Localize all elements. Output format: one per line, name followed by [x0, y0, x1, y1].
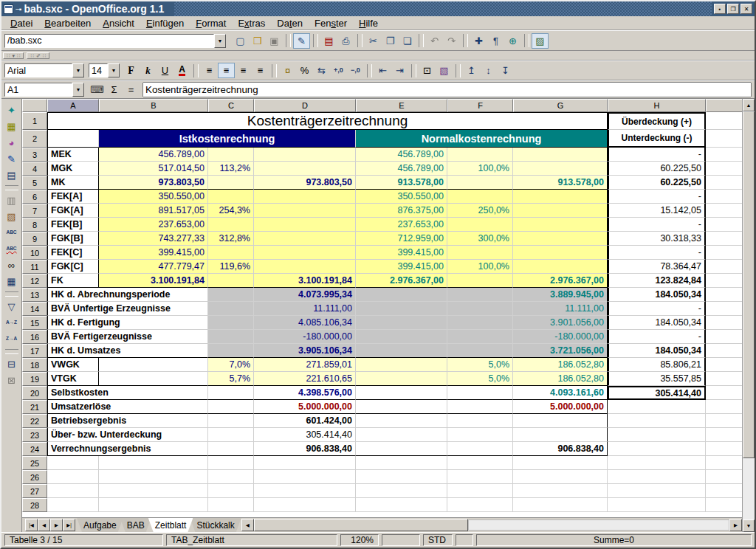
url-input[interactable] — [4, 34, 214, 48]
row-header-23[interactable]: 23 — [22, 428, 47, 442]
row-header-3[interactable]: 3 — [22, 148, 47, 162]
cell-A13[interactable]: HK d. Abrechnungsperiode — [47, 288, 208, 302]
cell-H24[interactable] — [608, 442, 706, 456]
cell-E15[interactable] — [356, 316, 447, 330]
cell-H15[interactable]: 184.050,34 — [608, 316, 706, 330]
menu-item-ansicht[interactable]: Ansicht — [97, 17, 140, 30]
horizontal-scrollbar-track[interactable] — [468, 519, 729, 531]
cell-A4[interactable]: MGK — [47, 162, 99, 176]
row-header-26[interactable]: 26 — [22, 470, 47, 484]
status-mode[interactable]: STD — [423, 534, 453, 546]
row-header-7[interactable]: 7 — [22, 204, 47, 218]
cell-A5[interactable]: MK — [47, 176, 99, 190]
cell-C21[interactable] — [208, 400, 254, 414]
menu-item-einfgen[interactable]: Einfügen — [140, 17, 190, 30]
cell-H4[interactable]: 60.225,50 — [608, 162, 706, 176]
cell-C27[interactable] — [208, 484, 254, 498]
cell-filler-13[interactable] — [706, 288, 742, 302]
cell-H11[interactable]: 78.364,47 — [608, 260, 706, 274]
cell-E10[interactable]: 399.415,00 — [356, 246, 447, 260]
cell-filler-10[interactable] — [706, 246, 742, 260]
copy-icon[interactable]: ❐ — [382, 33, 399, 49]
cell-E17[interactable] — [356, 344, 447, 358]
cell-D9[interactable] — [254, 232, 356, 246]
row-header-14[interactable]: 14 — [22, 302, 47, 316]
cell-F16[interactable] — [447, 330, 513, 344]
row-header-16[interactable]: 16 — [22, 330, 47, 344]
cell-filler-27[interactable] — [706, 484, 742, 498]
cell-C3[interactable] — [208, 148, 254, 162]
cell-D14[interactable]: 11.111,00 — [254, 302, 356, 316]
grid-corner[interactable] — [22, 99, 47, 112]
cut-icon[interactable]: ✂ — [365, 33, 382, 49]
cell-H21[interactable] — [608, 400, 706, 414]
cell-D23[interactable]: 305.414,40 — [254, 428, 356, 442]
cell-H3[interactable]: - — [608, 148, 706, 162]
cell-G18[interactable]: 186.052,80 — [513, 358, 608, 372]
cell-F12[interactable] — [447, 274, 513, 288]
cell-F4[interactable]: 100,0% — [447, 162, 513, 176]
column-header-h[interactable]: H — [608, 99, 706, 112]
horizontal-scrollbar-thumb[interactable] — [254, 519, 468, 531]
cell-A26[interactable] — [47, 470, 99, 484]
cell-H26[interactable] — [608, 470, 706, 484]
cell-C14[interactable] — [208, 302, 254, 316]
cell-E3[interactable]: 456.789,00 — [356, 148, 447, 162]
cell-E21[interactable] — [356, 400, 447, 414]
cell-A2[interactable] — [47, 130, 99, 148]
cell-filler-11[interactable] — [706, 260, 742, 274]
autospellcheck-icon[interactable]: ABC — [4, 241, 20, 256]
cell-filler-24[interactable] — [706, 442, 742, 456]
cell-filler-28[interactable] — [706, 498, 742, 512]
cell-filler-7[interactable] — [706, 204, 742, 218]
menu-item-bearbeiten[interactable]: Bearbeiten — [38, 17, 97, 30]
column-header-d[interactable]: D — [254, 99, 356, 112]
cell-A6[interactable]: FEK[A] — [47, 190, 99, 204]
cell-A22[interactable]: Betriebsergebnis — [47, 414, 208, 428]
cell-F22[interactable] — [447, 414, 513, 428]
cell-G11[interactable] — [513, 260, 608, 274]
cell-G14[interactable]: 11.111,00 — [513, 302, 608, 316]
cell-C12[interactable] — [208, 274, 254, 288]
cell-filler-3[interactable] — [706, 148, 742, 162]
borders-icon[interactable]: ⊡ — [419, 63, 436, 78]
cell-B11[interactable]: 477.779,47 — [99, 260, 208, 274]
row-header-17[interactable]: 17 — [22, 344, 47, 358]
cell-E7[interactable]: 876.375,00 — [356, 204, 447, 218]
cell-H16[interactable]: - — [608, 330, 706, 344]
cell-A23[interactable]: Über- bzw. Unterdeckung — [47, 428, 208, 442]
cell-D10[interactable] — [254, 246, 356, 260]
minimize-button[interactable]: ▪ — [714, 4, 726, 14]
open-icon[interactable]: ❒ — [249, 33, 266, 49]
cell-D25[interactable] — [254, 456, 356, 470]
cell-D6[interactable] — [254, 190, 356, 204]
menu-item-extras[interactable]: Extras — [232, 17, 271, 30]
cell-H1[interactable]: Überdeckung (+) — [608, 112, 706, 130]
cell-B5[interactable]: 973.803,50 — [99, 176, 208, 190]
cell-B7[interactable]: 891.517,05 — [99, 204, 208, 218]
cell-filler-16[interactable] — [706, 330, 742, 344]
row-header-22[interactable]: 22 — [22, 414, 47, 428]
cell-F19[interactable]: 5,0% — [447, 372, 513, 386]
cell-B26[interactable] — [99, 470, 208, 484]
cell-B18[interactable] — [99, 358, 208, 372]
cell-A17[interactable]: HK d. Umsatzes — [47, 344, 208, 358]
row-header-15[interactable]: 15 — [22, 316, 47, 330]
cell-D27[interactable] — [254, 484, 356, 498]
row-header-28[interactable]: 28 — [22, 498, 47, 512]
previous-sheet-button[interactable]: ◀ — [38, 519, 50, 531]
percent-format-icon[interactable]: % — [296, 63, 313, 78]
cell-C6[interactable] — [208, 190, 254, 204]
cell-filler-22[interactable] — [706, 414, 742, 428]
row-header-9[interactable]: 9 — [22, 232, 47, 246]
cell-G27[interactable] — [513, 484, 608, 498]
cell-D4[interactable] — [254, 162, 356, 176]
cell-C24[interactable] — [208, 442, 254, 456]
cell-filler-17[interactable] — [706, 344, 742, 358]
scroll-down-button[interactable]: ▼ — [743, 519, 755, 532]
cell-D17[interactable]: 3.905.106,34 — [254, 344, 356, 358]
row-header-27[interactable]: 27 — [22, 484, 47, 498]
cell-filler-9[interactable] — [706, 232, 742, 246]
cell-D3[interactable] — [254, 148, 356, 162]
cell-H8[interactable]: - — [608, 218, 706, 232]
